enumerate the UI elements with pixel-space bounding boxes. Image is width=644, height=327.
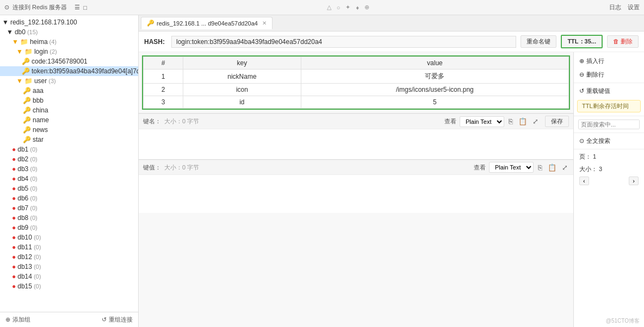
delete-row-label: 删除行 <box>586 71 604 79</box>
sidebar-item-db6[interactable]: ●db6 (0) <box>0 193 138 203</box>
value-editor-section: 键值： 大小：0 字节 查看 Plain Text ⎘ 📋 ⤢ <box>139 159 573 213</box>
value-editor-copy-btn[interactable]: ⎘ <box>537 163 543 172</box>
add-group-button[interactable]: ⊕ 添加组 <box>5 316 30 324</box>
prev-page-button[interactable]: ‹ <box>579 177 589 185</box>
top-bar-center: △ ○ ✦ ♦ ⊕ <box>327 4 369 11</box>
sidebar-item-db14[interactable]: ●db14 (0) <box>0 272 138 281</box>
sidebar-item-db10[interactable]: ●db10 (0) <box>0 232 138 242</box>
sidebar-item-name[interactable]: 🔑name <box>0 115 138 125</box>
db-icon: ● <box>12 243 16 251</box>
right-panel-divider2 <box>574 116 644 116</box>
key-editor-paste-btn[interactable]: 📋 <box>517 117 528 125</box>
right-panel-divider3 <box>574 133 644 133</box>
key-icon-news: 🔑 <box>23 126 31 134</box>
sidebar: ▼ redis_192.168.179.100 ▼ db0 (15) ▼ 📁 h… <box>0 15 139 327</box>
arrow-down-icon2: ▼ <box>7 28 13 36</box>
hash-key-input[interactable] <box>171 36 516 48</box>
tab-key-icon: 🔑 <box>147 20 154 27</box>
content-body: # key value 1 nickName 可爱多 2 icon /imgs/… <box>139 52 644 327</box>
delete-button[interactable]: 🗑 删除 <box>607 35 639 48</box>
sidebar-item-server[interactable]: ▼ redis_192.168.179.100 <box>0 17 138 27</box>
reload-icon: ↺ <box>579 87 584 95</box>
value-editor-paste-btn[interactable]: 📋 <box>547 163 558 172</box>
main-layout: ▼ redis_192.168.179.100 ▼ db0 (15) ▼ 📁 h… <box>0 15 644 327</box>
sidebar-item-db0[interactable]: ▼ db0 (15) <box>0 27 138 37</box>
info-icon: ○ <box>337 4 340 11</box>
arrow-down-icon3: ▼ <box>12 38 18 46</box>
right-panel: ⊕ 插入行 ⊖ 删除行 ↺ 重载键值 TTL剩余存活时间 <box>573 52 644 327</box>
table-row[interactable]: 1 nickName 可爱多 <box>144 70 569 84</box>
folder-icon: 📁 <box>20 38 28 46</box>
settings-label[interactable]: 设置 <box>628 3 640 11</box>
sidebar-bottom: ⊕ 添加组 ↺ 重组连接 <box>0 312 138 327</box>
heima-count: (4) <box>49 39 57 45</box>
next-page-button[interactable]: › <box>629 177 639 185</box>
ttl-tooltip-text: TTL剩余存活时间 <box>582 103 629 109</box>
sidebar-item-db3[interactable]: ●db3 (0) <box>0 164 138 174</box>
rename-key-button[interactable]: 重命名键 <box>521 35 556 48</box>
sidebar-item-aaa[interactable]: 🔑aaa <box>0 86 138 96</box>
sidebar-item-user[interactable]: ▼ 📁 user (3) <box>0 76 138 86</box>
code-label: code:13456789001 <box>32 58 88 65</box>
sidebar-item-code[interactable]: 🔑 code:13456789001 <box>0 56 138 66</box>
sidebar-tree: ▼ redis_192.168.179.100 ▼ db0 (15) ▼ 📁 h… <box>0 15 138 312</box>
key-editor-save-btn[interactable]: 保存 <box>545 116 569 127</box>
connect-icon: ⊙ <box>4 4 9 11</box>
value-editor-format-select[interactable]: Plain Text <box>489 162 534 173</box>
sidebar-item-db9[interactable]: ●db9 (0) <box>0 223 138 232</box>
key-icon-aaa: 🔑 <box>23 87 31 95</box>
value-editor-expand-btn[interactable]: ⤢ <box>561 163 569 172</box>
cell-key: nickName <box>183 70 301 84</box>
value-editor-content[interactable] <box>139 175 573 213</box>
content-area: 🔑 redis_192.168.1 ... d9e04ea57dd20a4 ✕ … <box>139 15 644 327</box>
table-row[interactable]: 3 id 5 <box>144 96 569 109</box>
cell-value: /imgs/icons/user5-icon.png <box>301 84 568 96</box>
menu-icon: ☰ <box>75 4 80 11</box>
key-editor-bar: 键名： 大小：0 字节 查看 Plain Text ⎘ 📋 ⤢ 保存 <box>139 114 573 129</box>
reconnect-button[interactable]: ↺ 重组连接 <box>102 316 133 324</box>
value-editor-label: 键值： <box>143 163 161 172</box>
sidebar-item-bbb[interactable]: 🔑bbb <box>0 96 138 105</box>
key-editor-content[interactable] <box>139 129 573 159</box>
data-table: # key value 1 nickName 可爱多 2 icon /imgs/… <box>143 56 569 109</box>
sidebar-item-heima[interactable]: ▼ 📁 heima (4) <box>0 37 138 47</box>
sidebar-item-db7[interactable]: ●db7 (0) <box>0 203 138 213</box>
other-dbs: ●db1 (0)●db2 (0)●db3 (0)●db4 (0)●db5 (0)… <box>0 144 138 291</box>
sidebar-item-db13[interactable]: ●db13 (0) <box>0 262 138 272</box>
arrow-down-icon: ▼ <box>2 18 9 26</box>
key-editor-expand-btn[interactable]: ⤢ <box>531 117 540 125</box>
window-icon: □ <box>83 4 87 11</box>
folder-icon2: 📁 <box>24 48 33 55</box>
log-label[interactable]: 日志 <box>609 3 621 11</box>
insert-row-button[interactable]: ⊕ 插入行 <box>574 54 644 68</box>
key-editor-copy-btn[interactable]: ⎘ <box>507 117 514 125</box>
fulltext-search-button[interactable]: ⊙ 全文搜索 <box>574 134 644 148</box>
user-count: (3) <box>48 78 55 84</box>
sidebar-item-china[interactable]: 🔑china <box>0 105 138 115</box>
ttl-button[interactable]: TTL：35... <box>561 35 603 48</box>
active-tab[interactable]: 🔑 redis_192.168.1 ... d9e04ea57dd20a4 ✕ <box>141 17 273 29</box>
sidebar-item-login[interactable]: ▼ 📁 login (2) <box>0 47 138 56</box>
sidebar-item-db1[interactable]: ●db1 (0) <box>0 144 138 154</box>
reconnect-label: 重组连接 <box>109 316 133 324</box>
tab-close-button[interactable]: ✕ <box>262 20 267 26</box>
sidebar-item-news[interactable]: 🔑news <box>0 125 138 135</box>
reload-label: 重载键值 <box>586 87 610 95</box>
sidebar-item-db4[interactable]: ●db4 (0) <box>0 174 138 184</box>
cell-value: 5 <box>301 96 568 109</box>
page-row: 页： 1 <box>574 150 644 163</box>
page-search-input[interactable] <box>579 120 639 129</box>
sidebar-item-db8[interactable]: ●db8 (0) <box>0 213 138 223</box>
table-row[interactable]: 2 icon /imgs/icons/user5-icon.png <box>144 84 569 96</box>
sidebar-item-db11[interactable]: ●db11 (0) <box>0 242 138 252</box>
sidebar-item-db12[interactable]: ●db12 (0) <box>0 252 138 262</box>
key-editor-format-select[interactable]: Plain Text <box>460 116 504 127</box>
delete-row-icon: ⊖ <box>579 71 584 78</box>
delete-row-button[interactable]: ⊖ 删除行 <box>574 68 644 81</box>
sidebar-item-star[interactable]: 🔑star <box>0 135 138 144</box>
sidebar-item-db2[interactable]: ●db2 (0) <box>0 154 138 164</box>
sidebar-item-db5[interactable]: ●db5 (0) <box>0 184 138 193</box>
reload-key-button[interactable]: ↺ 重载键值 <box>574 84 644 98</box>
sidebar-item-token[interactable]: 🔑 token:b3f959aa94ba439fad9e04[a]7dd2 <box>0 66 138 76</box>
sidebar-item-db15[interactable]: ●db15 (0) <box>0 281 138 291</box>
